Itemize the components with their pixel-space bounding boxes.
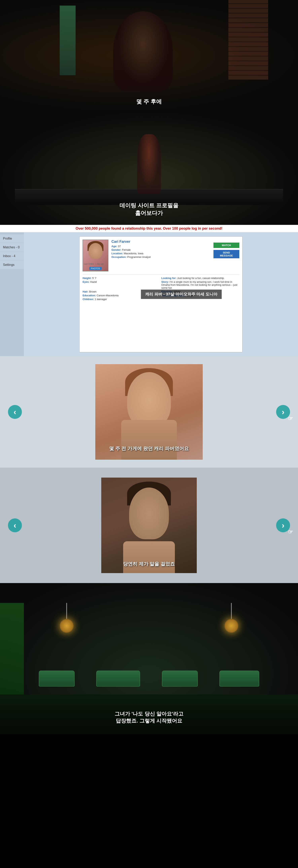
dating-layout: Profile Matches - 0 Inbox - 4 Settings L… xyxy=(0,232,298,356)
detail-height: Height: 5' 7 xyxy=(82,277,161,280)
profile-card: Last Online: 1 day ago PHOTOS Cari Farve… xyxy=(79,237,242,352)
scene-3-dating-website: Over 500,000 people found a relationship… xyxy=(0,225,298,356)
sidebar-item-settings[interactable]: Settings xyxy=(0,261,24,269)
profile-action-buttons: MATCH SEND MESSAGE xyxy=(213,243,239,272)
photo-nav-right[interactable]: › ☞ xyxy=(276,405,290,419)
lounge-seating xyxy=(30,671,268,694)
sidebar-item-matches[interactable]: Matches - 0 xyxy=(0,243,24,251)
scene-1: 몇 주 후에 xyxy=(0,0,298,112)
scene-5-photo-viewer-dark: ‹ 당연히 제가 말을 걸었죠 › ☞ xyxy=(0,468,298,583)
send-message-button[interactable]: SEND MESSAGE xyxy=(213,250,239,258)
photo-viewer-2: 당연히 제가 말을 걸었죠 xyxy=(101,477,197,573)
scene-1-figure xyxy=(113,11,173,91)
lounge-light-right xyxy=(224,603,238,633)
scene-2-figure xyxy=(137,134,161,194)
sidebar-item-profile[interactable]: Profile xyxy=(0,235,24,243)
photo-face xyxy=(127,372,171,428)
scene-2: 데이팅 사이트 프로필을 훑어보다가 xyxy=(0,112,298,225)
match-button[interactable]: MATCH xyxy=(213,243,239,248)
profile-location: Location: Macedonia, Iowa xyxy=(111,252,210,255)
scene-1-bricks xyxy=(228,0,268,80)
photo-subtitle-2: 당연히 제가 말을 걸었죠 xyxy=(109,561,189,567)
detail-ethnicity: Ethnicity: White xyxy=(161,290,239,293)
photo-nav-left-2[interactable]: ‹ xyxy=(8,518,22,532)
profile-top: Last Online: 1 day ago PHOTOS Cari Farve… xyxy=(82,240,239,272)
detail-relationship: Relationship status: Single xyxy=(161,294,239,297)
profile-gender: Gender: Female xyxy=(111,248,210,251)
dark-photo-face xyxy=(129,488,169,539)
photos-button[interactable]: PHOTOS xyxy=(89,267,102,270)
profile-photo-face xyxy=(89,243,102,259)
sofa-4 xyxy=(220,671,259,686)
scene-1-subtitle: 몇 주 후에 xyxy=(136,98,162,105)
sidebar-item-inbox[interactable]: Inbox - 4 xyxy=(0,252,24,260)
profile-details-grid: Height: 5' 7 Looking for: Just looking f… xyxy=(82,274,239,301)
sofa-2 xyxy=(96,671,140,686)
detail-eyes: Eyes: Hazel xyxy=(82,280,161,289)
dating-sidebar: Profile Matches - 0 Inbox - 4 Settings xyxy=(0,232,24,356)
detail-looking-for: Looking for: Just looking for a fun, cas… xyxy=(161,277,239,280)
profile-info: Cari Farver Age: 37 Gender: Female Locat… xyxy=(111,240,210,272)
photo-viewer-1: 몇 주 전 가게에 왔던 캐리 파버였어요 xyxy=(95,364,203,460)
cursor-icon: ☞ xyxy=(288,415,293,422)
scene-6-lounge: 그녀가 '나도 당신 알아요'라고 답장했죠. 그렇게 시작됐어요 xyxy=(0,583,298,734)
detail-story: Story: I'm a single mum to my amazing so… xyxy=(161,280,239,289)
detail-children: Children: 1 teenager xyxy=(82,298,161,301)
detail-hair: Hair: Brown xyxy=(82,290,161,293)
photo-nav-right-2[interactable]: › ☞ xyxy=(276,518,290,532)
profile-age: Age: 37 xyxy=(111,245,210,248)
scene-6-content: 그녀가 '나도 당신 알아요'라고 답장했죠. 그렇게 시작됐어요 xyxy=(0,583,298,734)
scene-1-window xyxy=(60,6,75,75)
profile-occupation: Occupation: Programmer Analyst xyxy=(111,255,210,258)
sofa-3 xyxy=(162,671,198,686)
sofa-1 xyxy=(39,671,75,686)
lounge-decor-left xyxy=(0,603,24,703)
profile-name: Cari Farver xyxy=(111,240,210,244)
scene-4-photo-viewer: ‹ 몇 주 전 가게에 왔던 캐리 파버였어요 › ☞ xyxy=(0,356,298,468)
last-online-text: Last Online: 1 day ago xyxy=(84,263,104,265)
dark-photo-body xyxy=(123,541,175,573)
banner-bar: Over 500,000 people found a relationship… xyxy=(0,225,298,232)
profile-photo: Last Online: 1 day ago PHOTOS xyxy=(82,240,108,272)
scene-6-subtitle: 그녀가 '나도 당신 알아요'라고 답장했죠. 그렇게 시작됐어요 xyxy=(114,710,184,724)
lounge-light-left xyxy=(60,603,74,633)
photo-body xyxy=(121,420,177,460)
detail-education: Education: Carson-Macedonia xyxy=(82,294,161,297)
scene-2-subtitle: 데이팅 사이트 프로필을 훑어보다가 xyxy=(120,202,178,217)
cursor-icon-2: ☞ xyxy=(288,529,293,535)
photo-nav-left[interactable]: ‹ xyxy=(8,405,22,419)
dating-main: Last Online: 1 day ago PHOTOS Cari Farve… xyxy=(24,232,298,356)
photo-subtitle-1: 몇 주 전 가게에 왔던 캐리 파버였어요 xyxy=(109,445,189,452)
